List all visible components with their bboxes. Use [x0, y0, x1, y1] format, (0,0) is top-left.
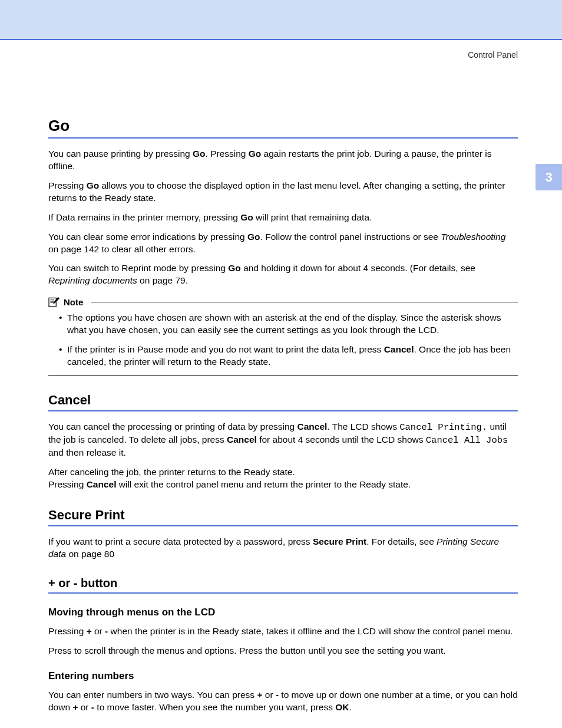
bold-plus: +: [87, 626, 92, 636]
text: . For details, see: [366, 536, 437, 546]
note-rule-bottom: [48, 375, 518, 376]
bold-go: Go: [249, 149, 262, 159]
pm-paragraph-2: Press to scroll through the menus and op…: [48, 645, 518, 657]
note-header: Note: [48, 297, 518, 307]
heading-cancel: Cancel: [48, 393, 518, 411]
pm-paragraph-1: Pressing + or - when the printer is in t…: [48, 625, 518, 638]
text: You can switch to Reprint mode by pressi…: [48, 263, 228, 273]
lcd-text: Cancel Printing.: [399, 422, 487, 433]
bold-go: Go: [193, 149, 206, 159]
bold-secure-print: Secure Print: [313, 536, 366, 546]
text: . Follow the control panel instructions …: [260, 232, 441, 242]
bold-go: Go: [247, 232, 260, 242]
go-paragraph-2: Pressing Go allows you to choose the dis…: [48, 180, 518, 205]
bold-cancel: Cancel: [297, 421, 328, 431]
note-list: The options you have chosen are shown wi…: [48, 312, 518, 368]
cancel-paragraph-1: You can cancel the processing or printin…: [48, 421, 518, 459]
go-paragraph-5: You can switch to Reprint mode by pressi…: [48, 262, 518, 287]
subheading-moving-menus: Moving through menus on the LCD: [48, 607, 518, 618]
text: Pressing: [48, 626, 87, 636]
pm-paragraph-3: You can enter numbers in two ways. You c…: [48, 689, 518, 714]
note-rule-top: [91, 302, 518, 302]
link-reprinting-documents[interactable]: Reprinting documents: [48, 275, 137, 285]
header-section-label: Control Panel: [468, 50, 518, 60]
text: on page 142 to clear all other errors.: [48, 244, 196, 254]
text: on page 80: [66, 549, 114, 559]
bold-cancel: Cancel: [384, 344, 414, 354]
text: will print that remaining data.: [253, 212, 372, 222]
text: and then release it.: [48, 447, 126, 457]
heading-secure-print: Secure Print: [48, 508, 518, 526]
text: You can cancel the processing or printin…: [48, 421, 297, 431]
bold-go: Go: [240, 212, 253, 222]
text: You can enter numbers in two ways. You c…: [48, 690, 257, 700]
secure-paragraph-1: If you want to print a secure data prote…: [48, 536, 518, 561]
text: Pressing: [48, 180, 87, 190]
heading-go: Go: [48, 117, 518, 139]
text: allows you to choose the displayed optio…: [48, 180, 505, 203]
bold-cancel: Cancel: [227, 434, 257, 444]
text: or: [78, 702, 91, 712]
text: to move faster. When you see the number …: [94, 702, 335, 712]
text: for about 4 seconds until the LCD shows: [257, 434, 426, 444]
text: If you want to print a secure data prote…: [48, 536, 313, 546]
note-block: Note The options you have chosen are sho…: [48, 297, 518, 376]
heading-plus-minus: + or - button: [48, 577, 518, 594]
bold-ok: OK: [335, 702, 349, 712]
note-pencil-icon: [48, 297, 60, 307]
text: .: [349, 702, 352, 712]
note-item-1: The options you have chosen are shown wi…: [59, 312, 518, 337]
go-paragraph-1: You can pause printing by pressing Go. P…: [48, 148, 518, 173]
text: or: [92, 626, 105, 636]
bold-go: Go: [87, 180, 100, 190]
text: You can clear some error indications by …: [48, 232, 247, 242]
chapter-number-tab: 3: [535, 164, 562, 190]
cancel-paragraph-2: After canceling the job, the printer ret…: [48, 466, 518, 491]
bold-cancel: Cancel: [87, 479, 117, 489]
subheading-entering-numbers: Entering numbers: [48, 670, 518, 682]
text: You can pause printing by pressing: [48, 149, 193, 159]
text: . Pressing: [206, 149, 249, 159]
text: If the printer is in Pause mode and you …: [67, 344, 384, 354]
go-paragraph-4: You can clear some error indications by …: [48, 231, 518, 256]
top-band: [0, 0, 562, 40]
note-item-2: If the printer is in Pause mode and you …: [59, 344, 518, 368]
link-troubleshooting[interactable]: Troubleshooting: [441, 232, 505, 242]
note-label: Note: [64, 297, 83, 307]
text: will exit the control panel menu and ret…: [116, 479, 411, 489]
text: Pressing: [48, 479, 87, 489]
lcd-text: Cancel All Jobs: [426, 435, 508, 446]
manual-page: Control Panel 3 Go You can pause printin…: [0, 0, 562, 728]
bold-go: Go: [228, 263, 241, 273]
go-paragraph-3: If Data remains in the printer memory, p…: [48, 212, 518, 224]
page-content: Go You can pause printing by pressing Go…: [0, 40, 562, 728]
text: . The LCD shows: [327, 421, 399, 431]
text: If Data remains in the printer memory, p…: [48, 212, 240, 222]
text: and holding it down for about 4 seconds.…: [241, 263, 475, 273]
text: After canceling the job, the printer ret…: [48, 467, 295, 477]
text: when the printer is in the Ready state, …: [108, 626, 513, 636]
text: or: [262, 690, 275, 700]
text: on page 79.: [137, 275, 188, 285]
